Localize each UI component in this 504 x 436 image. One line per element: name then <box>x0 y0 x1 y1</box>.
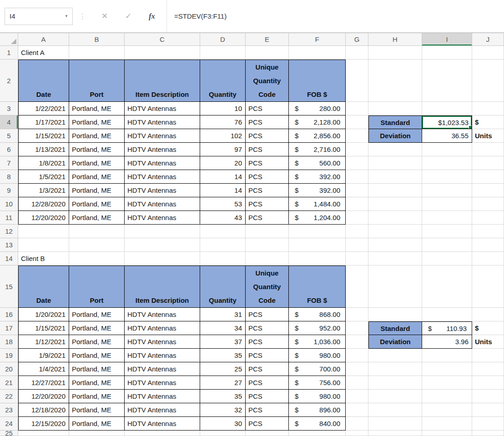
cell-A8[interactable]: 1/5/2021 <box>18 170 69 184</box>
cell-J2[interactable] <box>472 60 504 102</box>
cell-A7[interactable]: 1/8/2021 <box>18 156 69 170</box>
cell-E5[interactable]: PCS <box>246 129 289 143</box>
cell-E9[interactable]: PCS <box>246 184 289 197</box>
cell-A23[interactable]: 12/18/2020 <box>18 403 69 417</box>
cell-D20[interactable]: 25 <box>200 362 246 376</box>
cell-A21[interactable]: 12/27/2021 <box>18 376 69 390</box>
cell-E6[interactable]: PCS <box>246 143 289 156</box>
cell-E8[interactable]: PCS <box>246 170 289 184</box>
cell-C4[interactable]: HDTV Antennas <box>125 115 200 129</box>
cell-J3[interactable] <box>472 102 504 115</box>
cell-E11[interactable]: PCS <box>246 211 289 225</box>
cell-H5[interactable]: Deviation <box>368 129 422 143</box>
row-header-4[interactable]: 4 <box>0 115 18 129</box>
cell-C13[interactable] <box>125 238 200 252</box>
cell-C12[interactable] <box>125 225 200 238</box>
cell-I25[interactable] <box>422 431 472 436</box>
cell-E12[interactable] <box>246 225 289 238</box>
cell-E21[interactable]: PCS <box>246 376 289 390</box>
cell-B16[interactable]: Portland, ME <box>69 308 125 321</box>
cell-J9[interactable] <box>472 184 504 197</box>
cell-G21[interactable] <box>346 376 368 390</box>
cell-A17[interactable]: 1/15/2021 <box>18 321 69 335</box>
cell-G10[interactable] <box>346 197 368 211</box>
cell-H12[interactable] <box>368 225 422 238</box>
cell-G14[interactable] <box>346 252 368 266</box>
cell-C14[interactable] <box>125 252 200 266</box>
row-header-7[interactable]: 7 <box>0 156 18 170</box>
cell-C2[interactable]: Item Description <box>125 60 200 102</box>
cell-D21[interactable]: 27 <box>200 376 246 390</box>
cell-H2[interactable] <box>368 60 422 102</box>
cell-B20[interactable]: Portland, ME <box>69 362 125 376</box>
cell-B11[interactable]: Portland, ME <box>69 211 125 225</box>
cell-H1[interactable] <box>368 46 422 60</box>
row-header-24[interactable]: 24 <box>0 417 18 431</box>
cell-B18[interactable]: Portland, ME <box>69 335 125 349</box>
cell-D12[interactable] <box>200 225 246 238</box>
cell-B7[interactable]: Portland, ME <box>69 156 125 170</box>
cell-J8[interactable] <box>472 170 504 184</box>
cell-A14[interactable]: Client B <box>18 252 69 266</box>
cell-D22[interactable]: 35 <box>200 390 246 403</box>
cell-B1[interactable] <box>69 46 125 60</box>
cell-A2[interactable]: Date <box>18 60 69 102</box>
cell-H23[interactable] <box>368 403 422 417</box>
cell-G16[interactable] <box>346 308 368 321</box>
cell-B12[interactable] <box>69 225 125 238</box>
cell-C6[interactable]: HDTV Antennas <box>125 143 200 156</box>
cell-E2[interactable]: Unique Quantity Code <box>246 60 289 102</box>
cell-C3[interactable]: HDTV Antennas <box>125 102 200 115</box>
row-header-10[interactable]: 10 <box>0 197 18 211</box>
cell-J4[interactable]: $ <box>472 115 504 129</box>
cell-H11[interactable] <box>368 211 422 225</box>
cell-F22[interactable]: $980.00 <box>289 390 346 403</box>
cell-J18[interactable]: Units <box>472 335 504 349</box>
row-header-23[interactable]: 23 <box>0 403 18 417</box>
cell-A22[interactable]: 12/20/2020 <box>18 390 69 403</box>
cell-F18[interactable]: $1,036.00 <box>289 335 346 349</box>
cell-D18[interactable]: 37 <box>200 335 246 349</box>
row-header-20[interactable]: 20 <box>0 362 18 376</box>
cell-D8[interactable]: 14 <box>200 170 246 184</box>
cell-B3[interactable]: Portland, ME <box>69 102 125 115</box>
cell-F11[interactable]: $1,204.00 <box>289 211 346 225</box>
cell-D23[interactable]: 32 <box>200 403 246 417</box>
cell-I4[interactable]: $1,023.53 <box>422 115 472 129</box>
cell-F15[interactable]: FOB $ <box>289 266 346 308</box>
cell-H24[interactable] <box>368 417 422 431</box>
cell-F21[interactable]: $756.00 <box>289 376 346 390</box>
cell-E15[interactable]: Unique Quantity Code <box>246 266 289 308</box>
cell-J17[interactable]: $ <box>472 321 504 335</box>
cell-I21[interactable] <box>422 376 472 390</box>
cell-F20[interactable]: $700.00 <box>289 362 346 376</box>
cell-E25[interactable] <box>246 431 289 436</box>
cell-I14[interactable] <box>422 252 472 266</box>
cell-E24[interactable]: PCS <box>246 417 289 431</box>
cell-F8[interactable]: $392.00 <box>289 170 346 184</box>
cell-G24[interactable] <box>346 417 368 431</box>
cell-I19[interactable] <box>422 349 472 362</box>
column-header-A[interactable]: A <box>18 33 69 46</box>
cell-I17[interactable]: $110.93 <box>422 321 472 335</box>
cell-H22[interactable] <box>368 390 422 403</box>
cell-E18[interactable]: PCS <box>246 335 289 349</box>
cell-I6[interactable] <box>422 143 472 156</box>
cell-I11[interactable] <box>422 211 472 225</box>
fill-handle[interactable] <box>469 125 472 129</box>
cell-E23[interactable]: PCS <box>246 403 289 417</box>
cell-I3[interactable] <box>422 102 472 115</box>
cell-J22[interactable] <box>472 390 504 403</box>
cell-G1[interactable] <box>346 46 368 60</box>
cell-G25[interactable] <box>346 431 368 436</box>
cell-G8[interactable] <box>346 170 368 184</box>
row-header-2[interactable]: 2 <box>0 60 18 102</box>
cell-A13[interactable] <box>18 238 69 252</box>
cell-E17[interactable]: PCS <box>246 321 289 335</box>
row-header-11[interactable]: 11 <box>0 211 18 225</box>
row-header-22[interactable]: 22 <box>0 390 18 403</box>
cell-F14[interactable] <box>289 252 346 266</box>
cell-F24[interactable]: $840.00 <box>289 417 346 431</box>
cell-B23[interactable]: Portland, ME <box>69 403 125 417</box>
row-header-9[interactable]: 9 <box>0 184 18 197</box>
